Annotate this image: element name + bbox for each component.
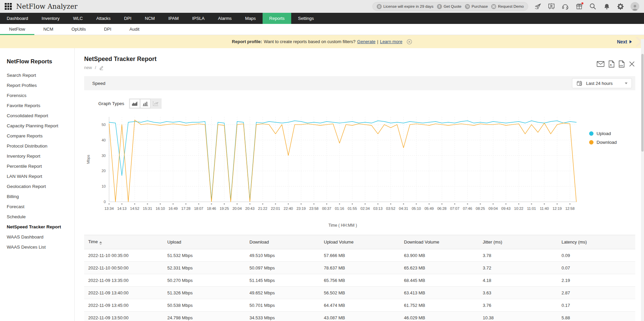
sidebar-item[interactable]: Report Profiles xyxy=(7,81,74,91)
search-icon[interactable] xyxy=(589,3,597,10)
export-pdf-icon[interactable]: A xyxy=(608,60,615,68)
sidebar-item[interactable]: Favorite Reports xyxy=(7,101,74,111)
area-chart-button[interactable] xyxy=(130,99,140,108)
graph-types: Graph Types xyxy=(98,98,635,109)
headset-icon[interactable] xyxy=(562,3,569,10)
column-header-jitter[interactable]: Jitter (ms) xyxy=(479,235,557,249)
learn-more-link[interactable]: Learn more xyxy=(380,39,402,44)
sidebar-item[interactable]: Billing xyxy=(7,192,74,202)
cell-upload: 50.270 Mbps xyxy=(163,274,245,287)
rocket-icon[interactable] xyxy=(534,3,541,10)
cell-upload-volume: 57.666 MB xyxy=(320,249,400,262)
sidebar-item[interactable]: Forensics xyxy=(7,91,74,101)
subnav-item[interactable]: NCM xyxy=(34,24,63,35)
nav-item[interactable]: DPI xyxy=(117,13,138,24)
subnav-item[interactable]: Audit xyxy=(121,24,149,35)
cell-download: 50.701 Mbps xyxy=(245,299,320,312)
request-demo-button[interactable]: Request Demo xyxy=(491,4,524,9)
banner-close-icon[interactable] xyxy=(407,39,412,44)
nav-item[interactable]: IPAM xyxy=(162,13,185,24)
time-range-value: Last 24 hours xyxy=(586,81,613,86)
time-range-dropdown[interactable]: Last 24 hours xyxy=(572,78,632,88)
scrollbar-thumb[interactable] xyxy=(641,54,644,152)
edit-pencil-icon[interactable] xyxy=(99,65,104,70)
nav-item[interactable]: Inventory xyxy=(35,13,66,24)
subnav-item[interactable]: DPI xyxy=(95,24,121,35)
user-avatar[interactable] xyxy=(631,2,639,11)
bar-chart-button[interactable] xyxy=(140,99,150,108)
sidebar-item[interactable]: Inventory Report xyxy=(7,151,74,161)
nav-item[interactable]: WLC xyxy=(66,13,90,24)
apps-grid-icon[interactable] xyxy=(5,3,12,10)
nav-item[interactable]: Maps xyxy=(238,13,263,24)
sidebar-item[interactable]: WAAS Devices List xyxy=(7,242,74,252)
column-header-upload[interactable]: Upload xyxy=(163,235,245,249)
gift-icon[interactable] xyxy=(575,3,583,10)
legend-upload[interactable]: Upload xyxy=(589,131,617,136)
nav-item[interactable]: Settings xyxy=(291,13,320,24)
sidebar-item[interactable]: Geolocation Report xyxy=(7,182,74,192)
sidebar-item[interactable]: NetSpeed Tracker Report xyxy=(7,222,74,232)
report-profile-banner: Report profile: Want to create reports b… xyxy=(0,35,644,48)
svg-text:csv: csv xyxy=(620,64,623,66)
banner-divider: | xyxy=(377,39,378,44)
nav-item[interactable]: IPSLA xyxy=(185,13,211,24)
sidebar-item[interactable]: Percentile Report xyxy=(7,161,74,171)
svg-text:Time ( HH:MM ): Time ( HH:MM ) xyxy=(329,223,357,228)
column-header-download-volume[interactable]: Download Volume xyxy=(400,235,479,249)
sort-icon[interactable] xyxy=(99,242,102,245)
scatter-chart-button[interactable] xyxy=(150,99,161,108)
export-csv-icon[interactable]: csv xyxy=(618,60,625,68)
banner-bold-text: Report profile: xyxy=(232,39,262,44)
gear-icon[interactable] xyxy=(617,3,624,10)
speed-section-bar: Speed Last 24 hours xyxy=(84,76,635,90)
nav-item[interactable]: Reports xyxy=(263,13,292,24)
column-header-download[interactable]: Download xyxy=(245,235,320,249)
sidebar-item[interactable]: Schedule xyxy=(7,212,74,222)
nav-item[interactable]: Alarms xyxy=(211,13,238,24)
sidebar-item[interactable]: LAN WAN Report xyxy=(7,171,74,182)
sidebar-item[interactable]: Capacity Planning Report xyxy=(7,121,74,131)
subnav-item[interactable]: NetFlow xyxy=(0,24,34,35)
sidebar-item[interactable]: Search Report xyxy=(7,70,74,81)
nav-item[interactable]: Dashboard xyxy=(0,13,35,24)
svg-text:18:07: 18:07 xyxy=(194,206,203,211)
sidebar-item[interactable]: Forecast xyxy=(7,202,74,212)
sidebar-item[interactable]: Consolidated Report xyxy=(7,111,74,121)
upload-dot-icon xyxy=(589,131,594,136)
svg-text:04:31: 04:31 xyxy=(399,206,408,211)
table-row: 2022-11-09 13:50:00 24.798 Mbps 34.533 M… xyxy=(84,312,635,321)
nav-item[interactable]: NCM xyxy=(138,13,162,24)
cell-upload-volume: 43.087 MB xyxy=(320,312,400,321)
svg-text:50: 50 xyxy=(102,123,106,127)
column-header-latency[interactable]: Latency (ms) xyxy=(557,235,635,249)
vertical-scrollbar[interactable] xyxy=(641,39,644,321)
svg-text:22:01: 22:01 xyxy=(271,206,280,211)
next-button[interactable]: Next xyxy=(617,39,632,44)
calendar-icon xyxy=(576,80,582,86)
legend-download[interactable]: Download xyxy=(589,140,617,145)
bell-icon[interactable] xyxy=(603,3,610,10)
email-icon[interactable] xyxy=(597,61,605,67)
cell-time: 2022-11-10 00:50:00 xyxy=(84,262,163,274)
generate-link[interactable]: Generate xyxy=(357,39,375,44)
purchase-button[interactable]: Purchase xyxy=(465,4,488,9)
license-status: License will expire in 29 days xyxy=(377,4,434,9)
svg-text:20:43: 20:43 xyxy=(245,206,255,211)
sidebar-item[interactable]: Compare Reports xyxy=(7,131,74,141)
sidebar-item[interactable]: WAAS Dashboard xyxy=(7,232,74,242)
get-quote-button[interactable]: $ Get Quote xyxy=(437,4,462,9)
sidebar-item[interactable]: Protocol Distribution xyxy=(7,141,74,151)
close-icon[interactable] xyxy=(629,61,635,67)
column-header-time[interactable]: Time xyxy=(84,235,163,249)
column-header-upload-volume[interactable]: Upload Volume xyxy=(320,235,400,249)
presentation-icon[interactable] xyxy=(548,3,555,10)
table-row: 2022-11-10 00:50:00 52.331 Mbps 50.097 M… xyxy=(84,262,635,274)
cell-download: 51.145 Mbps xyxy=(245,274,320,287)
cell-download: 34.533 Mbps xyxy=(245,312,320,321)
cell-time: 2022-11-10 00:35:00 xyxy=(84,249,163,262)
cell-upload: 52.331 Mbps xyxy=(163,262,245,274)
svg-text:05:10: 05:10 xyxy=(412,206,421,211)
subnav-item[interactable]: OpUtils xyxy=(62,24,95,35)
nav-item[interactable]: Attacks xyxy=(90,13,117,24)
